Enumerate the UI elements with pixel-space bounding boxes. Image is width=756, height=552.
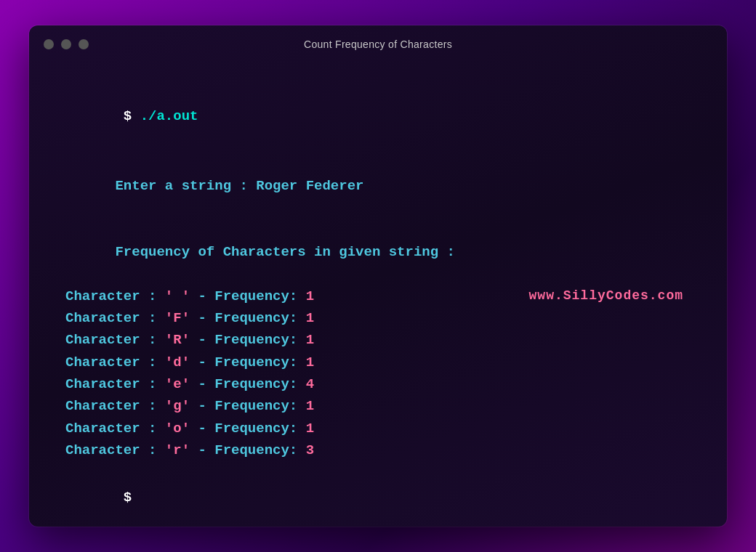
char-value: 'F' [165,310,190,326]
table-row: Character : 'F' - Frequency: 1 [65,307,691,329]
char-freq-label: - Frequency: [190,376,306,392]
char-value: 'o' [165,421,190,437]
char-freq-value: 4 [306,376,314,392]
char-freq-value: 1 [306,421,314,437]
char-label: Character : [65,376,165,392]
frequency-header-text: Frequency of Characters in given string … [115,244,454,260]
char-label: Character : [65,354,165,370]
char-value: 'd' [165,354,190,370]
char-label: Character : [65,421,165,437]
enter-string-text: Enter a string : Roger Federer [115,178,363,194]
command-text: ./a.out [140,108,198,124]
table-row: Character : 'g' - Frequency: 1 [65,395,691,417]
char-freq-label: - Frequency: [190,310,306,326]
frequency-header: Frequency of Characters in given string … [65,219,691,285]
prompt-dollar: $ [115,108,140,124]
table-row: Character : 'd' - Frequency: 1 [65,352,691,373]
table-row: Character : 'e' - Frequency: 4 [65,373,691,395]
maximize-button[interactable] [79,39,89,49]
input-line: Enter a string : Roger Federer [65,153,691,219]
char-freq-value: 3 [306,442,314,458]
char-freq-value: 1 [306,288,314,304]
minimize-button[interactable] [61,39,71,49]
character-list: Character : ' ' - Frequency: 1Character … [65,285,691,462]
char-freq-label: - Frequency: [190,398,306,414]
close-button[interactable] [44,39,54,49]
table-row: Character : 'R' - Frequency: 1 [65,329,691,351]
char-freq-label: - Frequency: [190,332,306,348]
char-value: ' ' [165,288,190,304]
table-row: Character : 'o' - Frequency: 1 [65,418,691,439]
terminal-window: Count Frequency of Characters $ ./a.out … [29,25,727,527]
watermark-text: www.SillyCodes.com [529,288,683,303]
char-freq-label: - Frequency: [190,288,306,304]
char-value: 'r' [165,442,190,458]
char-label: Character : [65,442,165,458]
char-value: 'R' [165,332,190,348]
char-label: Character : [65,288,165,304]
char-freq-value: 1 [306,332,314,348]
table-row: Character : 'r' - Frequency: 3 [65,439,691,461]
char-label: Character : [65,332,165,348]
end-prompt-dollar: $ [115,490,132,506]
window-title: Count Frequency of Characters [304,38,452,50]
command-line: $ ./a.out [65,84,691,150]
window-controls [44,39,89,49]
char-freq-value: 1 [306,354,314,370]
char-value: 'e' [165,376,190,392]
char-label: Character : [65,310,165,326]
char-freq-label: - Frequency: [190,354,306,370]
char-label: Character : [65,398,165,414]
end-prompt-line: $ [65,465,691,527]
char-freq-label: - Frequency: [190,421,306,437]
char-value: 'g' [165,398,190,414]
terminal-body[interactable]: $ ./a.out Enter a string : Roger Federer… [29,63,727,527]
char-freq-value: 1 [306,398,314,414]
watermark: www.SillyCodes.com [529,288,683,303]
title-bar: Count Frequency of Characters [29,25,727,63]
char-freq-label: - Frequency: [190,442,306,458]
char-freq-value: 1 [306,310,314,326]
